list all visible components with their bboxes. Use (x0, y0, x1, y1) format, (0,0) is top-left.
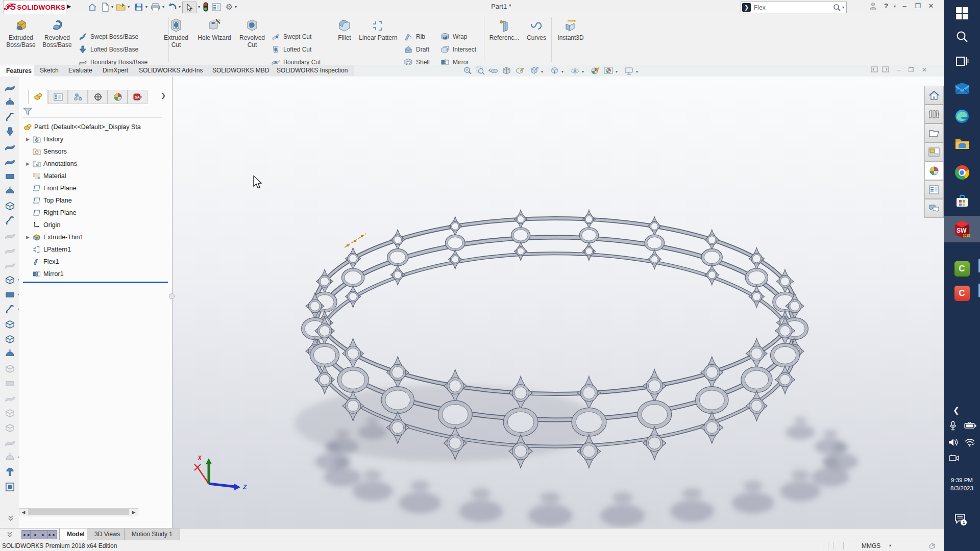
dome-icon[interactable] (3, 184, 16, 197)
collapse-right-pane-icon[interactable] (881, 66, 890, 74)
tab-features[interactable]: Features (0, 65, 38, 77)
swept-cut-button[interactable]: Swept Cut (271, 31, 311, 43)
view-palette-icon[interactable] (924, 142, 944, 161)
view-orientation-caret-icon[interactable]: ▾ (541, 69, 543, 74)
draft-button[interactable]: Draft (403, 43, 429, 56)
expand-arrow-icon[interactable]: ▶ (26, 161, 31, 166)
revolved-boss-base-button[interactable]: RevolvedBoss/Base (41, 16, 74, 48)
tab-scroll-next-button[interactable]: ► (39, 530, 48, 539)
tree-item-front-plane[interactable]: Front Plane (26, 183, 77, 194)
login-person-icon[interactable] (868, 2, 878, 11)
camtasia-red-icon[interactable]: C (944, 282, 980, 305)
disabled-tool-2-icon[interactable] (3, 377, 16, 390)
tree-item-flex1[interactable]: Flex1 (26, 256, 59, 267)
intersect-button[interactable]: Intersect (440, 43, 476, 56)
fm-filter-bar[interactable] (23, 105, 162, 118)
disabled-tool-4-icon[interactable] (3, 406, 16, 419)
disabled-tool-5-icon[interactable] (3, 421, 16, 434)
edit-appearance-icon[interactable] (590, 66, 601, 76)
battery-icon[interactable] (964, 422, 976, 429)
collapse-left-pane-icon[interactable] (870, 66, 879, 74)
wedge-icon[interactable] (3, 199, 16, 212)
expand-arrow-icon[interactable]: ▶ (26, 235, 31, 240)
intersect-tool-icon[interactable]: ▸ (3, 273, 16, 286)
curves-button[interactable]: Curves (524, 16, 549, 41)
apply-scene-icon[interactable] (603, 66, 614, 76)
doc-restore-button[interactable]: ❐ (906, 66, 916, 73)
extruded-cut-button[interactable]: ExtrudedCut (160, 16, 192, 48)
select-caret-icon[interactable]: ▾ (198, 5, 200, 9)
boundary-cut-gray-icon[interactable] (3, 258, 16, 271)
tab-motion-study-1[interactable]: Motion Study 1 (124, 529, 180, 540)
open-caret-icon[interactable]: ▾ (128, 5, 130, 9)
fillet-button[interactable]: Fillet (334, 16, 355, 41)
file-explorer-icon[interactable] (924, 123, 944, 142)
search-icon[interactable] (944, 26, 980, 48)
status-tag-icon[interactable] (928, 542, 936, 551)
minimize-button[interactable]: – (899, 2, 910, 10)
close-button[interactable]: ✕ (926, 2, 936, 10)
tab-dimxpert[interactable]: DimXpert (96, 65, 135, 76)
print-caret-icon[interactable]: ▾ (162, 5, 164, 9)
flex-icon[interactable] (3, 214, 16, 227)
tree-item-history[interactable]: ▶History (26, 134, 63, 145)
revolved-cut-button[interactable]: RevolvedCut (237, 16, 267, 48)
fm-tab-propertymanager[interactable] (48, 90, 68, 104)
search-input[interactable]: Flex (754, 4, 833, 11)
tree-item-origin[interactable]: Origin (26, 219, 60, 231)
custom-properties-icon[interactable] (924, 180, 944, 199)
fm-tab-cam[interactable]: SA (128, 90, 148, 104)
rollback-bar[interactable] (23, 282, 168, 283)
rib-tool-icon[interactable] (3, 347, 16, 360)
planar-surface-icon[interactable] (3, 169, 16, 183)
hole-wizard-button[interactable]: Hole Wizard (195, 16, 234, 41)
edge-icon[interactable] (944, 105, 980, 128)
tab-scroll-first-button[interactable]: ◄◄ (21, 530, 31, 539)
tab-sketch[interactable]: Sketch (34, 65, 65, 76)
revolved-boss-icon[interactable] (3, 95, 16, 109)
mail-icon[interactable] (944, 78, 980, 100)
display-style-caret-icon[interactable]: ▾ (561, 69, 564, 74)
tab-solidworks-inspection[interactable]: SOLIDWORKS Inspection (271, 65, 354, 76)
select-cursor-icon[interactable] (182, 2, 197, 13)
swept-boss-base-button[interactable]: Swept Boss/Base (78, 31, 138, 43)
scroll-right-icon[interactable]: ▶ (130, 510, 138, 515)
reference-geometry-icon[interactable]: ▸ (3, 288, 16, 301)
print-icon[interactable] (150, 2, 161, 12)
action-center-icon[interactable]: 1 (954, 513, 967, 526)
zoom-to-area-icon[interactable] (475, 66, 486, 76)
camtasia-green-icon[interactable]: C (944, 258, 980, 280)
lofted-cut-gray-icon[interactable] (3, 243, 16, 257)
rib-button[interactable]: Rib (403, 31, 425, 43)
view-settings-icon[interactable] (623, 66, 634, 76)
mounting-boss-icon[interactable] (3, 465, 16, 479)
units-selector[interactable]: MMGS (862, 542, 880, 549)
undo-icon[interactable] (166, 2, 178, 12)
tree-item-mirror1[interactable]: Mirror1 (26, 268, 64, 280)
taskbar-clock[interactable]: 9:39 PM 8/3/2023 (944, 476, 980, 492)
sheet-metal-bend-icon[interactable] (3, 317, 16, 331)
start-icon[interactable] (944, 2, 980, 24)
tree-item-extrude-thin1[interactable]: ▶Extrude-Thin1 (26, 232, 84, 243)
undo-caret-icon[interactable]: ▾ (179, 5, 181, 9)
store-icon[interactable] (944, 190, 980, 212)
tree-item-sensors[interactable]: Sensors (26, 146, 67, 157)
tree-item-lpattern1[interactable]: LPattern1 (26, 244, 71, 255)
sheet-metal-box-icon[interactable] (3, 332, 16, 345)
help-caret-icon[interactable]: ▾ (890, 4, 900, 9)
search-caret-icon[interactable]: ▾ (842, 5, 844, 10)
collapse-panel-chevron-icon[interactable] (6, 531, 13, 540)
save-icon[interactable] (133, 2, 144, 12)
view-settings-caret-icon[interactable]: ▾ (636, 69, 638, 74)
instant3d-button[interactable]: Instant3D (554, 16, 587, 41)
display-style-icon[interactable] (549, 66, 560, 76)
tree-item-material-not-specified-[interactable]: Material (26, 170, 66, 182)
new-caret-icon[interactable]: ▾ (111, 5, 113, 9)
lofted-boss-icon[interactable] (3, 125, 16, 138)
section-view-icon[interactable] (501, 66, 512, 76)
disabled-tool-7-icon[interactable]: ▸ (3, 450, 16, 464)
chrome-icon[interactable] (944, 161, 980, 184)
open-icon[interactable] (115, 2, 127, 12)
fm-tab-dimxpertmanager[interactable] (88, 90, 108, 104)
disabled-tool-6-icon[interactable] (3, 436, 16, 449)
